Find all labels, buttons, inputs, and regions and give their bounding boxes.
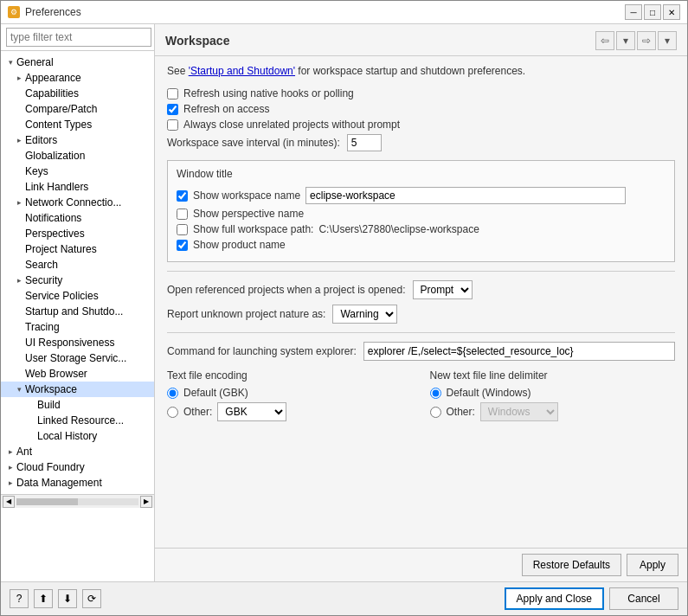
show-perspective-name-checkbox[interactable] [177, 209, 188, 220]
sidebar-item-web-browser[interactable]: Web Browser [1, 366, 154, 382]
search-area [1, 24, 154, 51]
sidebar-item-workspace[interactable]: Workspace [1, 382, 154, 397]
close-button[interactable]: ✕ [663, 4, 680, 20]
sidebar-item-security[interactable]: Security [1, 273, 154, 288]
sidebar-item-service-policies[interactable]: Service Policies [1, 288, 154, 304]
sidebar-label-service-policies: Service Policies [25, 290, 99, 302]
show-workspace-name-checkbox[interactable] [177, 190, 188, 202]
text-encoding-group: Text file encoding Default (GBK) Other: … [167, 369, 413, 421]
sidebar-item-compare-patch[interactable]: Compare/Patch [1, 101, 154, 117]
sidebar-item-general[interactable]: General [1, 55, 154, 70]
sidebar-item-ui-responsiveness[interactable]: UI Responsiveness [1, 335, 154, 350]
startup-shutdown-link[interactable]: 'Startup and Shutdown' [189, 65, 295, 77]
panel-header: Workspace ⇦ ▾ ⇨ ▾ [155, 24, 687, 56]
sidebar-label-network: Network Connectio... [25, 196, 121, 209]
delimiter-default-radio[interactable] [430, 388, 441, 399]
sidebar-item-content-types[interactable]: Content Types [1, 117, 154, 132]
sidebar-item-appearance[interactable]: Appearance [1, 70, 154, 86]
encoding-other-label: Other: [183, 406, 212, 418]
scroll-right-btn[interactable]: ▶ [140, 496, 152, 508]
window-controls: ─ □ ✕ [625, 4, 680, 20]
sidebar-item-search[interactable]: Search [1, 257, 154, 273]
report-unknown-select[interactable]: Warning Error Ignore [332, 305, 397, 324]
save-interval-row: Workspace save interval (in minutes): [167, 134, 675, 151]
refresh-native-checkbox[interactable] [167, 88, 178, 99]
sidebar-item-notifications[interactable]: Notifications [1, 210, 154, 226]
show-full-path-checkbox[interactable] [177, 224, 188, 235]
sidebar-label-perspectives: Perspectives [25, 228, 85, 240]
sidebar-item-capabilities[interactable]: Capabilities [1, 86, 154, 101]
main-content: General Appearance Capabilities Compare/… [1, 24, 687, 581]
command-input[interactable] [363, 342, 675, 361]
workspace-name-input[interactable] [305, 187, 626, 204]
show-product-name-checkbox[interactable] [177, 240, 188, 251]
search-input[interactable] [6, 28, 151, 47]
delimiter-default-label: Default (Windows) [447, 387, 531, 399]
always-close-checkbox[interactable] [167, 119, 178, 131]
sidebar-item-keys[interactable]: Keys [1, 164, 154, 179]
import-icon[interactable]: ⬇ [58, 589, 77, 608]
delimiter-other-row: Other: Windows Unix Mac OS X [430, 402, 676, 421]
encoding-default-radio[interactable] [167, 388, 178, 399]
nav-forward-dropdown[interactable]: ▾ [658, 31, 677, 50]
refresh-icon[interactable]: ⟳ [82, 589, 101, 608]
sidebar-label-ui-responsiveness: UI Responsiveness [25, 337, 114, 349]
encoding-dropdown[interactable]: GBK UTF-8 ISO-8859-1 [217, 402, 286, 421]
apply-button[interactable]: Apply [627, 554, 678, 576]
sidebar-item-project-natures[interactable]: Project Natures [1, 241, 154, 257]
sidebar-item-ant[interactable]: Ant [1, 444, 154, 459]
restore-defaults-button[interactable]: Restore Defaults [522, 554, 621, 576]
sidebar-item-user-storage[interactable]: User Storage Servic... [1, 350, 154, 366]
maximize-button[interactable]: □ [644, 4, 661, 20]
cancel-button[interactable]: Cancel [609, 587, 678, 610]
sidebar-label-web-browser: Web Browser [25, 368, 87, 380]
sidebar-item-linked-resources[interactable]: Linked Resource... [1, 413, 154, 428]
sidebar-label-search: Search [25, 259, 58, 271]
sidebar-item-data-management[interactable]: Data Management [1, 475, 154, 491]
line-delimiter-group: New text file line delimiter Default (Wi… [430, 369, 676, 421]
sidebar-label-general: General [16, 56, 54, 68]
sidebar-container: General Appearance Capabilities Compare/… [1, 24, 155, 581]
help-icon[interactable]: ? [10, 589, 29, 608]
show-workspace-name-row: Show workspace name [177, 187, 665, 204]
nav-forward-button[interactable]: ⇨ [637, 31, 656, 50]
encoding-other-radio[interactable] [167, 407, 178, 418]
sidebar-item-build[interactable]: Build [1, 397, 154, 413]
sidebar-label-linked-resources: Linked Resource... [37, 414, 124, 427]
sidebar-item-editors[interactable]: Editors [1, 132, 154, 148]
nav-back-button[interactable]: ⇦ [595, 31, 614, 50]
save-interval-input[interactable] [347, 134, 382, 151]
sidebar-item-cloud-foundry[interactable]: Cloud Foundry [1, 459, 154, 475]
sidebar-label-cloud-foundry: Cloud Foundry [16, 461, 85, 473]
sidebar-item-local-history[interactable]: Local History [1, 428, 154, 444]
right-panel: Workspace ⇦ ▾ ⇨ ▾ See 'Startup and Shutd… [155, 24, 687, 581]
refresh-access-checkbox[interactable] [167, 104, 178, 115]
nav-back-dropdown[interactable]: ▾ [616, 31, 635, 50]
sidebar-item-tracing[interactable]: Tracing [1, 319, 154, 335]
report-unknown-row: Report unknown project nature as: Warnin… [167, 305, 675, 324]
delimiter-other-radio[interactable] [430, 407, 441, 418]
sidebar-item-network[interactable]: Network Connectio... [1, 195, 154, 210]
sidebar-item-perspectives[interactable]: Perspectives [1, 226, 154, 241]
sidebar-item-startup-shutdown[interactable]: Startup and Shutdo... [1, 304, 154, 319]
sidebar-label-compare-patch: Compare/Patch [25, 103, 97, 115]
show-perspective-name-label: Show perspective name [193, 208, 304, 220]
minimize-button[interactable]: ─ [625, 4, 642, 20]
scroll-left-btn[interactable]: ◀ [3, 496, 15, 508]
editors-expand-arrow [13, 134, 25, 146]
ant-expand-arrow [4, 446, 16, 458]
data-expand-arrow [4, 477, 16, 489]
text-encoding-title: Text file encoding [167, 369, 413, 382]
window-title-group-label: Window title [177, 168, 665, 180]
apply-close-button[interactable]: Apply and Close [505, 587, 604, 610]
separator-1 [167, 271, 675, 272]
sidebar-item-globalization[interactable]: Globalization [1, 148, 154, 164]
sidebar-label-user-storage: User Storage Servic... [25, 352, 126, 364]
sidebar-scrollbar: ◀ ▶ [1, 494, 154, 508]
sidebar-label-notifications: Notifications [25, 212, 81, 224]
delimiter-dropdown[interactable]: Windows Unix Mac OS X [480, 402, 558, 421]
open-referenced-select[interactable]: Prompt Always Never [413, 280, 473, 299]
footer-left: ? ⬆ ⬇ ⟳ [10, 589, 101, 608]
sidebar-item-link-handlers[interactable]: Link Handlers [1, 179, 154, 195]
export-icon[interactable]: ⬆ [34, 589, 53, 608]
